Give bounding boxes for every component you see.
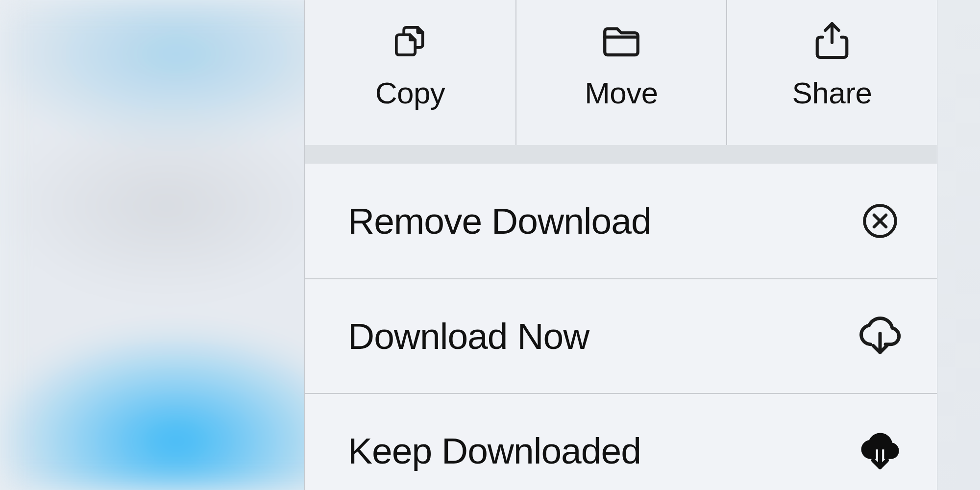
top-action-row: Copy Move Share — [304, 0, 937, 145]
cloud-download-icon — [856, 312, 905, 361]
share-icon — [810, 19, 854, 63]
x-circle-icon — [856, 196, 905, 245]
share-label: Share — [792, 78, 872, 108]
right-strip — [937, 0, 980, 490]
copy-label: Copy — [375, 78, 445, 108]
menu-list: Remove Download Download Now Keep Do — [304, 164, 937, 490]
menu-separator — [304, 145, 937, 164]
download-now-label: Download Now — [348, 315, 589, 357]
move-button[interactable]: Move — [515, 0, 726, 145]
copy-button[interactable]: Copy — [305, 0, 515, 145]
download-now-item[interactable]: Download Now — [305, 278, 937, 393]
remove-download-label: Remove Download — [348, 200, 651, 242]
context-menu: Copy Move Share — [304, 0, 937, 490]
cloud-download-filled-icon — [856, 426, 905, 475]
keep-downloaded-label: Keep Downloaded — [348, 430, 641, 472]
remove-download-item[interactable]: Remove Download — [305, 164, 937, 278]
share-button[interactable]: Share — [726, 0, 937, 145]
move-label: Move — [585, 78, 658, 108]
copy-icon — [388, 19, 432, 63]
keep-downloaded-item[interactable]: Keep Downloaded — [305, 393, 937, 490]
folder-icon — [599, 19, 643, 63]
